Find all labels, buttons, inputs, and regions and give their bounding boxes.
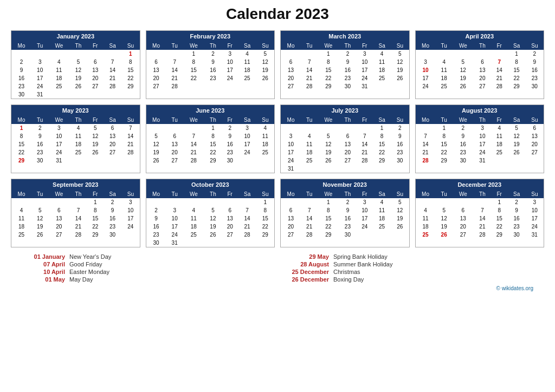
calendar-day: 3 [238,124,256,132]
calendar-day: 19 [69,74,87,82]
calendar-day: 30 [339,231,356,239]
holiday-date: 26 December [286,276,329,283]
calendar-day: 4 [373,198,391,206]
day-header: Th [69,190,87,198]
calendar-day [204,165,222,167]
calendar-day: 27 [453,231,474,239]
calendar-day [69,165,87,167]
calendar-day: 7 [416,132,436,140]
calendar-day: 1 [11,124,31,132]
calendar-day [508,156,526,165]
calendar-day [281,239,301,241]
calendar-day [104,156,121,165]
calendar-day: 4 [491,124,508,132]
calendar-day: 28 [104,82,121,90]
calendar-day [121,165,139,167]
holiday-row: 10 AprilEaster Monday [22,269,269,275]
calendar-day: 14 [238,214,256,223]
calendar-day: 27 [281,82,301,90]
calendar-day: 9 [31,132,48,140]
calendar-day [318,124,339,132]
calendar-day: 9 [508,206,526,214]
calendar-day [11,165,31,167]
calendar-day: 12 [204,214,222,223]
calendar-day: 24 [356,223,373,231]
day-header: Mo [281,190,301,198]
month-table: MoTuWeThFrSaSu12345678910111213141516171… [146,42,275,93]
calendar-day: 22 [256,223,274,231]
calendar-day: 5 [436,206,453,214]
calendar-day: 25 [69,148,87,156]
calendar-day [48,165,69,167]
calendar-day [238,239,256,247]
month-header: October 2023 [146,179,275,190]
calendar-day: 16 [146,223,166,231]
calendar-day: 29 [373,156,391,165]
day-header: Fr [356,42,373,50]
calendar-day: 24 [474,148,491,156]
calendar-day: 14 [416,140,436,148]
calendar-day [256,239,274,247]
calendar-day [356,165,373,173]
calendar-day: 15 [256,214,274,223]
holiday-name: Christmas [333,269,360,275]
calendar-day: 26 [87,148,104,156]
calendar-day: 14 [166,66,183,74]
calendar-day: 15 [87,214,104,223]
calendar-day: 19 [453,74,474,82]
calendar-day: 16 [453,140,474,148]
month-header: May 2023 [11,105,140,116]
calendar-day: 9 [339,58,356,66]
calendar-day [339,165,356,173]
calendar-day: 19 [146,148,166,156]
calendar-day: 10 [31,66,48,74]
calendar-day [146,198,166,206]
month-table: MoTuWeThFrSaSu12345678910111213141516171… [281,42,409,93]
holiday-date: 29 May [286,253,329,260]
calendar-day: 30 [508,231,526,239]
calendar-day: 1 [508,50,526,58]
calendar-day: 18 [491,140,508,148]
calendar-day: 12 [453,66,474,74]
calendar-day: 14 [183,140,204,148]
calendar-day: 19 [391,214,409,223]
calendar-day: 6 [146,58,166,66]
calendar-day [416,90,436,93]
calendar-day: 18 [11,223,31,231]
calendar-day: 31 [166,239,183,247]
calendar-day [453,165,474,167]
calendar-day: 24 [238,148,256,156]
calendar-day: 25 [256,148,274,156]
calendar-day: 27 [281,231,301,239]
calendar-day: 15 [11,140,31,148]
calendar-day [373,239,391,241]
month-table: MoTuWeThFrSaSu12345678910111213141516171… [11,42,140,99]
calendar-day [491,239,508,241]
calendar-day [281,50,301,58]
calendar-day [301,50,318,58]
day-header: Mo [11,190,31,198]
calendar-day [121,90,139,99]
calendar-day: 7 [104,58,121,66]
calendar-day: 24 [121,223,139,231]
calendar-day: 11 [48,66,69,74]
calendar-day: 18 [436,74,453,82]
calendar-day: 27 [87,82,104,90]
calendar-day: 17 [356,214,373,223]
calendar-day: 8 [373,132,391,140]
calendar-day: 20 [146,74,166,82]
calendar-day [104,50,121,58]
calendar-day: 8 [183,58,204,66]
day-header: Sa [238,190,256,198]
calendar-day: 2 [204,50,222,58]
holiday-row: 29 MaySpring Bank Holiday [286,253,533,260]
calendar-day: 12 [87,132,104,140]
calendar-day [508,165,526,167]
calendar-day: 31 [474,156,491,165]
calendar-day: 2 [339,198,356,206]
month-header: September 2023 [11,179,140,190]
calendar-day: 9 [391,132,409,140]
calendar-day: 6 [48,206,69,214]
calendar-day [31,165,48,167]
calendar-day: 5 [87,124,104,132]
